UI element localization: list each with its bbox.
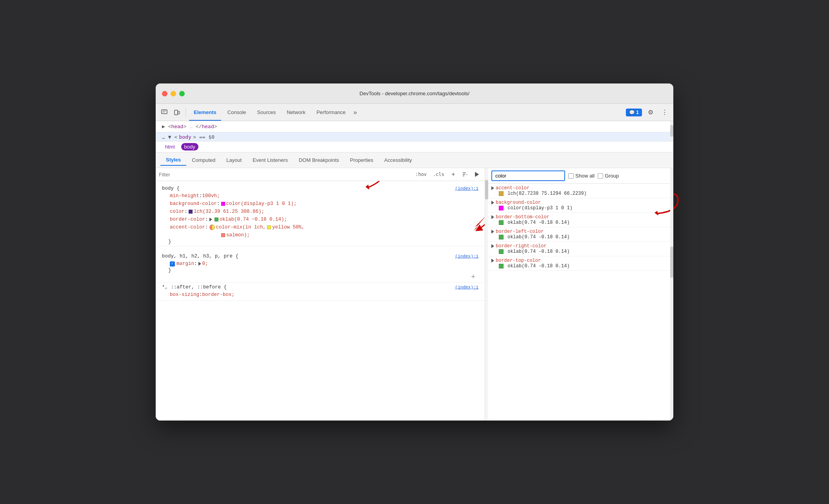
- computed-prop-border-right: border-right-color: [496, 243, 547, 249]
- dom-head[interactable]: ▶ <head> … </head>: [162, 123, 667, 131]
- accent-color-swatch[interactable]: [209, 225, 215, 230]
- expand-border-right[interactable]: [491, 244, 494, 248]
- computed-item-border-bottom: border-bottom-color oklab(0.74 -0.18 0.1…: [488, 213, 670, 227]
- chat-badge[interactable]: 💬 1: [626, 109, 642, 116]
- prop-name-border-color[interactable]: border-color: [170, 216, 205, 223]
- prop-name-bg[interactable]: background-color: [170, 200, 217, 208]
- tab-sources[interactable]: Sources: [253, 107, 281, 118]
- window-title: DevTools - developer.chrome.com/tags/dev…: [360, 91, 469, 96]
- bg-color-swatch[interactable]: [221, 202, 225, 206]
- css-selector-text-2: body, h1, h2, h3, p, pre {: [162, 254, 238, 259]
- prop-value-border-color: oklab(0.74 −0.18 0.14);: [220, 216, 287, 223]
- minimize-button[interactable]: [171, 91, 176, 96]
- group-checkbox[interactable]: Group: [598, 173, 619, 179]
- tab-console[interactable]: Console: [223, 107, 251, 118]
- css-source-link-3[interactable]: (index):1: [455, 285, 478, 290]
- margin-checkbox[interactable]: [170, 261, 175, 267]
- expand-border-top[interactable]: [491, 259, 494, 263]
- tab-performance[interactable]: Performance: [312, 107, 350, 118]
- svg-rect-1: [175, 110, 178, 115]
- computed-border-bottom-swatch[interactable]: [499, 220, 504, 225]
- computed-border-left-swatch[interactable]: [499, 235, 504, 239]
- styles-scrollbar-thumb[interactable]: [485, 180, 488, 199]
- cls-button[interactable]: .cls: [431, 171, 446, 178]
- sub-tab-layout[interactable]: Layout: [221, 155, 247, 165]
- main-content: :hov .cls +: [156, 168, 673, 421]
- breadcrumb-html[interactable]: html: [162, 143, 178, 150]
- sub-tab-computed[interactable]: Computed: [186, 155, 221, 165]
- settings-icon[interactable]: ⚙: [645, 107, 656, 118]
- close-button[interactable]: [162, 91, 167, 96]
- expand-border-color[interactable]: [209, 218, 212, 221]
- expand-accent-color[interactable]: [491, 186, 494, 190]
- expand-margin[interactable]: [198, 262, 201, 266]
- group-checkbox-box[interactable]: [598, 173, 603, 179]
- prop-value-accent-1: color-mix(in lch,: [216, 223, 266, 231]
- add-rule-button[interactable]: +: [162, 273, 478, 281]
- computed-border-right-swatch[interactable]: [499, 249, 504, 254]
- computed-border-top-swatch[interactable]: [499, 264, 504, 268]
- computed-prop-border-left: border-left-color: [496, 229, 544, 234]
- device-toggle-icon[interactable]: [171, 107, 182, 118]
- closing-brace-body: }: [162, 239, 478, 245]
- yellow-swatch[interactable]: [267, 225, 271, 229]
- devtools-toolbar: Elements Console Sources Network Perform…: [156, 104, 673, 121]
- computed-prop-border-bottom: border-bottom-color: [496, 214, 549, 220]
- sub-tab-properties[interactable]: Properties: [345, 155, 379, 165]
- prop-name-margin[interactable]: margin: [176, 260, 194, 268]
- prop-name-accent[interactable]: accent-color: [170, 223, 205, 231]
- computed-scrollbar-thumb[interactable]: [670, 247, 673, 278]
- tab-elements[interactable]: Elements: [189, 107, 221, 118]
- prop-name-min-height[interactable]: min-height: [170, 192, 199, 200]
- toolbar-right: 💬 1 ⚙ ⋮: [626, 107, 670, 118]
- salmon-swatch[interactable]: [221, 233, 225, 237]
- new-style-rule-button[interactable]: [460, 170, 470, 179]
- sub-tab-dom-breakpoints[interactable]: DOM Breakpoints: [293, 155, 345, 165]
- breadcrumb-body[interactable]: body: [181, 143, 198, 150]
- computed-scrollbar: [670, 168, 673, 421]
- computed-item-border-top: border-top-color oklab(0.74 -0.18 0.14): [488, 256, 670, 271]
- toggle-changes-button[interactable]: [472, 170, 482, 179]
- css-source-link-2[interactable]: (index):1: [455, 254, 478, 259]
- tab-network[interactable]: Network: [282, 107, 310, 118]
- css-source-link[interactable]: (index):1: [455, 186, 478, 191]
- sub-tab-accessibility[interactable]: Accessibility: [379, 155, 418, 165]
- computed-search-input[interactable]: [491, 170, 565, 181]
- expand-bg-color[interactable]: [491, 201, 494, 205]
- show-all-checkbox-box[interactable]: [568, 173, 574, 179]
- prop-value-color: lch(32.39 61.25 308.86);: [194, 208, 264, 216]
- more-tabs-button[interactable]: »: [352, 107, 358, 118]
- color-swatch[interactable]: [189, 210, 193, 214]
- inspector-icon[interactable]: [159, 107, 170, 118]
- computed-prop-border-top: border-top-color: [496, 258, 541, 263]
- maximize-button[interactable]: [179, 91, 185, 96]
- hov-button[interactable]: :hov: [413, 171, 429, 178]
- expand-border-left[interactable]: [491, 230, 494, 234]
- group-label: Group: [605, 173, 619, 179]
- computed-item-border-left-header: border-left-color: [491, 229, 667, 234]
- add-style-rule-button[interactable]: +: [449, 170, 458, 179]
- prop-value-box-sizing: border-box;: [202, 291, 235, 299]
- computed-value-border-bottom: oklab(0.74 -0.18 0.14): [491, 220, 667, 225]
- show-all-label: Show all: [575, 173, 594, 179]
- sub-tab-styles[interactable]: Styles: [160, 154, 186, 166]
- styles-filter-input[interactable]: [159, 172, 411, 178]
- sub-tab-event-listeners[interactable]: Event Listeners: [247, 155, 293, 165]
- expand-border-bottom[interactable]: [491, 215, 494, 219]
- computed-accent-swatch[interactable]: [499, 191, 504, 196]
- computed-value-accent-color: lch(82.7238 75.1294 66.2239): [491, 191, 667, 196]
- prop-name-box-sizing[interactable]: box-sizing: [170, 291, 199, 299]
- css-rule-universal: *, ::after, ::before { (index):1 box-siz…: [156, 283, 485, 301]
- computed-filter-bar: Show all Group: [488, 168, 670, 184]
- more-menu-icon[interactable]: ⋮: [659, 107, 670, 118]
- css-rule-body-headings: body, h1, h2, h3, p, pre { (index):1 mar…: [156, 252, 485, 283]
- breadcrumb-bar: html body: [156, 141, 673, 152]
- show-all-checkbox[interactable]: Show all: [568, 173, 594, 179]
- dom-body-line[interactable]: … ▼ < body > == $0: [156, 132, 673, 141]
- prop-name-color[interactable]: color: [170, 208, 185, 216]
- computed-item-border-top-header: border-top-color: [491, 258, 667, 263]
- border-color-swatch[interactable]: [215, 218, 218, 221]
- css-selector-universal: *, ::after, ::before { (index):1: [162, 285, 478, 290]
- computed-bg-swatch[interactable]: [499, 206, 504, 210]
- css-prop-margin: margin : 0;: [162, 260, 478, 268]
